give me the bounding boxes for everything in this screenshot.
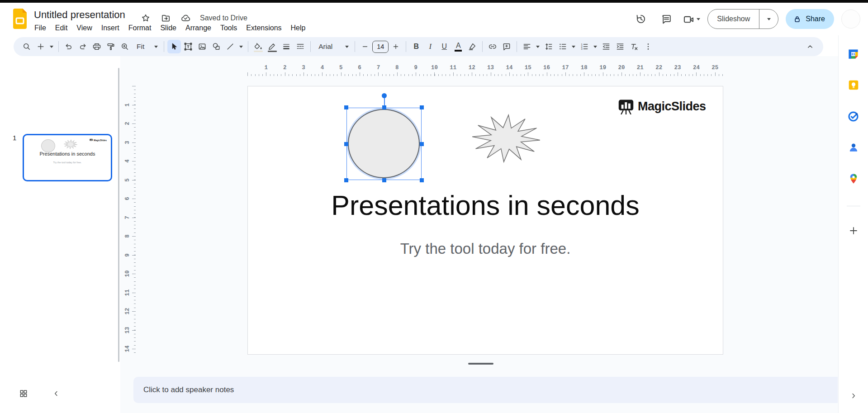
menu-view[interactable]: View	[72, 23, 96, 33]
notes-resize-handle[interactable]	[468, 363, 493, 365]
insert-image-button[interactable]	[195, 40, 209, 53]
google-calendar-icon[interactable]: 31	[847, 47, 860, 61]
menu-arrange[interactable]: Arrange	[181, 23, 216, 33]
collapse-filmstrip-button[interactable]	[46, 384, 66, 404]
decrease-font-size-button[interactable]	[358, 40, 372, 53]
google-keep-icon[interactable]	[847, 78, 860, 92]
resize-handle-se[interactable]	[420, 178, 424, 182]
ruler-number: 5	[124, 176, 131, 184]
decrease-indent-button[interactable]	[599, 40, 613, 53]
star-shape[interactable]	[471, 113, 541, 164]
slide-title[interactable]: Presentations in seconds	[248, 190, 723, 221]
menu-format[interactable]: Format	[124, 23, 156, 33]
paint-format-button[interactable]	[104, 40, 118, 53]
grid-view-button[interactable]	[14, 384, 33, 404]
undo-button[interactable]	[62, 40, 76, 53]
increase-indent-button[interactable]	[613, 40, 627, 53]
highlight-color-button[interactable]	[465, 40, 479, 53]
collapse-toolbar-button[interactable]	[803, 40, 817, 53]
show-side-panel-button[interactable]	[844, 387, 863, 405]
ruler-number: 4	[321, 65, 324, 71]
google-slides-logo-icon[interactable]	[12, 8, 28, 29]
slideshow-dropdown[interactable]	[759, 9, 778, 28]
menu-edit[interactable]: Edit	[51, 23, 72, 33]
numbered-list-dropdown[interactable]	[592, 40, 599, 53]
new-slide-button[interactable]	[34, 40, 47, 53]
ruler-number: 3	[124, 138, 131, 147]
selected-circle-shape[interactable]	[346, 108, 422, 180]
resize-handle-s[interactable]	[382, 178, 386, 182]
zoom-select[interactable]: Fit	[132, 40, 161, 53]
resize-handle-e[interactable]	[420, 142, 424, 146]
search-menus-button[interactable]	[20, 40, 33, 53]
border-dash-button[interactable]	[294, 40, 307, 53]
ruler-number: 13	[487, 65, 494, 71]
line-spacing-button[interactable]	[542, 40, 555, 53]
resize-handle-sw[interactable]	[344, 178, 348, 182]
resize-handle-n[interactable]	[382, 105, 386, 109]
select-tool-button[interactable]	[167, 40, 181, 53]
save-status[interactable]: Saved to Drive	[200, 14, 247, 22]
menu-file[interactable]: File	[30, 23, 51, 33]
bold-button[interactable]: B	[409, 40, 423, 53]
slide-subtitle[interactable]: Try the tool today for free.	[248, 240, 723, 257]
google-maps-icon[interactable]	[847, 172, 860, 185]
slideshow-button[interactable]: Slideshow	[707, 9, 778, 29]
numbered-list-button[interactable]: 1 2 3	[578, 40, 591, 53]
resize-handle-ne[interactable]	[420, 105, 424, 109]
version-history-icon[interactable]	[632, 10, 650, 28]
slide-canvas[interactable]: MagicSlides Presentations in seconds Try…	[247, 86, 723, 355]
menu-help[interactable]: Help	[286, 23, 310, 33]
workspace: 1234567891011121314151617181920212223242…	[120, 56, 838, 413]
insert-link-button[interactable]	[486, 40, 499, 53]
underline-button[interactable]: U	[437, 40, 451, 53]
document-title[interactable]: Untitled presentation	[34, 9, 125, 21]
rotation-handle[interactable]	[382, 93, 387, 98]
slide-thumbnail[interactable]: MagicSlides Presentations in seconds Try…	[23, 134, 112, 181]
ruler-number: 13	[124, 326, 131, 334]
resize-handle-nw[interactable]	[344, 105, 348, 109]
fill-color-button[interactable]	[251, 40, 265, 53]
increase-font-size-button[interactable]	[389, 40, 403, 53]
italic-button[interactable]: I	[423, 40, 437, 53]
filmstrip-scrollbar[interactable]	[118, 68, 119, 362]
font-size-input[interactable]: 14	[372, 41, 389, 53]
join-call-button[interactable]	[683, 13, 700, 25]
comment-history-icon[interactable]	[657, 10, 675, 28]
bulleted-list-button[interactable]	[556, 40, 569, 53]
google-contacts-icon[interactable]	[847, 141, 860, 154]
line-dropdown[interactable]	[237, 40, 245, 53]
zoom-in-button[interactable]	[118, 40, 132, 53]
insert-line-button[interactable]	[223, 40, 237, 53]
share-button[interactable]: Share	[786, 9, 834, 29]
magicslides-logo[interactable]: MagicSlides	[618, 98, 706, 114]
print-button[interactable]	[90, 40, 104, 53]
menu-insert[interactable]: Insert	[97, 23, 124, 33]
border-weight-button[interactable]	[280, 40, 293, 53]
font-family-select[interactable]: Arial	[314, 40, 351, 53]
more-options-button[interactable]	[641, 40, 655, 53]
bulleted-list-dropdown[interactable]	[570, 40, 577, 53]
slideshow-label[interactable]: Slideshow	[708, 9, 759, 28]
redo-button[interactable]	[76, 40, 90, 53]
resize-handle-w[interactable]	[344, 142, 348, 146]
add-comment-button[interactable]	[500, 40, 513, 53]
menu-tools[interactable]: Tools	[216, 23, 242, 33]
text-color-button[interactable]: A	[451, 40, 465, 53]
align-dropdown[interactable]	[534, 40, 541, 53]
avatar[interactable]	[841, 9, 860, 28]
speaker-notes[interactable]: Click to add speaker notes	[133, 377, 838, 403]
border-color-button[interactable]	[266, 40, 279, 53]
chevron-down-icon[interactable]	[697, 18, 700, 20]
new-slide-dropdown[interactable]	[48, 40, 55, 53]
get-add-ons-button[interactable]	[847, 224, 860, 237]
vertical-ruler-minor-ticks	[134, 86, 136, 356]
text-box-button[interactable]	[181, 40, 195, 53]
menu-extensions[interactable]: Extensions	[242, 23, 286, 33]
align-button[interactable]	[520, 40, 534, 53]
insert-shape-button[interactable]	[209, 40, 223, 53]
clear-formatting-button[interactable]	[627, 40, 641, 53]
menu-slide[interactable]: Slide	[156, 23, 181, 33]
google-tasks-icon[interactable]	[847, 109, 860, 123]
ruler-number: 6	[124, 195, 131, 203]
